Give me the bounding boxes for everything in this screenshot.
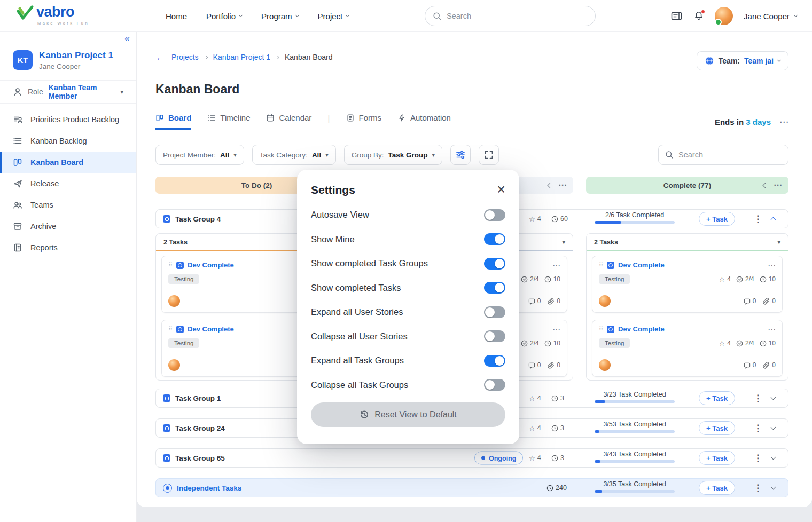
caret-down-icon: ▾ (325, 152, 329, 159)
task-title-link[interactable]: Dev Complete (618, 325, 665, 333)
team-selector[interactable]: Team: Team jai (697, 51, 788, 70)
card-menu-icon[interactable]: ⋯ (768, 325, 776, 333)
expand-group-icon[interactable] (771, 487, 775, 489)
expand-group-icon[interactable] (771, 427, 775, 429)
task-category-filter[interactable]: Task Category: All ▾ (252, 145, 336, 165)
caret-down-icon[interactable]: ▾ (562, 239, 565, 246)
notifications-bell-icon[interactable] (693, 11, 704, 21)
task-group-row: Task Group 65 Ongoing ☆4 3 3/43 Task Com… (155, 448, 788, 468)
kanban-board-icon (13, 157, 22, 167)
tab-calendar[interactable]: Calendar (266, 113, 311, 128)
board-options-menu-icon[interactable]: ⋯ (779, 117, 788, 126)
nav-home[interactable]: Home (166, 12, 187, 21)
tab-board[interactable]: Board (155, 113, 191, 130)
group-menu-icon[interactable]: ⋮ (753, 213, 762, 225)
comment-icon (744, 298, 751, 305)
clock-icon (544, 340, 551, 347)
time-estimate: 10 (760, 339, 776, 347)
sidebar-item-kanban-board[interactable]: Kanban Board (0, 152, 136, 173)
toggle-expand-all-user-stories[interactable] (484, 306, 505, 318)
sidebar-collapse-icon[interactable]: « (124, 33, 130, 44)
sidebar-item-archive[interactable]: Archive (0, 216, 136, 237)
option-collapse-all-user-stories: Collapse all User Stories (311, 325, 505, 349)
collapse-column-icon[interactable] (548, 183, 553, 188)
sidebar-item-priorities-product-backlog[interactable]: Priorities Product Backlog (0, 109, 136, 130)
option-show-mine: Show Mine (311, 227, 505, 252)
add-task-button[interactable]: + Task (699, 391, 735, 405)
add-task-button[interactable]: + Task (699, 421, 735, 435)
nav-program[interactable]: Program (261, 12, 299, 21)
toggle-expand-all-task-groups[interactable] (484, 355, 505, 367)
global-search-input[interactable] (447, 12, 588, 20)
group-by-filter[interactable]: Group By: Task Group ▾ (344, 145, 442, 165)
global-search[interactable] (425, 6, 596, 26)
fullscreen-button[interactable] (479, 145, 499, 165)
sidebar-item-teams[interactable]: Teams (0, 194, 136, 216)
card-menu-icon[interactable]: ⋯ (768, 261, 776, 269)
drag-handle-icon[interactable]: ⠿ (168, 326, 173, 332)
column-menu-icon[interactable]: ⋯ (774, 181, 782, 189)
tab-automation[interactable]: Automation (397, 113, 451, 128)
sidebar-item-release[interactable]: Release (0, 173, 136, 194)
group-menu-icon[interactable]: ⋮ (753, 393, 762, 404)
board-search-input[interactable] (678, 151, 782, 159)
comment-icon (528, 298, 535, 305)
logo-check-icon (16, 5, 34, 21)
group-menu-icon[interactable]: ⋮ (753, 483, 762, 494)
breadcrumb-projects[interactable]: Projects (171, 53, 199, 61)
project-owner: Jane Cooper (39, 62, 113, 70)
column-menu-icon[interactable]: ⋯ (558, 181, 567, 189)
nav-project[interactable]: Project (318, 12, 349, 21)
news-icon[interactable] (670, 11, 683, 21)
settings-modal: Settings × Autosave View Show Mine Show … (297, 170, 519, 444)
expand-group-icon[interactable] (771, 397, 775, 399)
toggle-collapse-all-task-groups[interactable] (484, 379, 505, 391)
task-title-link[interactable]: Dev Complete (618, 261, 665, 269)
task-title-link[interactable]: Dev Complete (188, 261, 234, 269)
close-icon[interactable]: × (497, 184, 505, 196)
card-menu-icon[interactable]: ⋯ (552, 325, 560, 333)
task-title-link[interactable]: Dev Complete (188, 325, 234, 333)
independent-tasks-link[interactable]: Independent Tasks (177, 484, 241, 492)
caret-down-icon[interactable]: ▾ (777, 239, 780, 246)
collapse-column-icon[interactable] (763, 183, 768, 188)
group-time: 240 (546, 484, 567, 492)
sidebar-item-kanban-backlog[interactable]: Kanban Backlog (0, 130, 136, 152)
drag-handle-icon[interactable]: ⠿ (599, 262, 603, 268)
group-menu-icon[interactable]: ⋮ (753, 423, 762, 434)
task-group-icon (163, 215, 170, 223)
card-menu-icon[interactable]: ⋯ (552, 261, 560, 269)
project-member-filter[interactable]: Project Member: All ▾ (155, 145, 244, 165)
add-task-button[interactable]: + Task (699, 212, 735, 226)
back-arrow-icon[interactable]: ← (155, 52, 166, 62)
task-type-icon (176, 326, 184, 333)
user-menu[interactable]: Jane Cooper (744, 12, 797, 21)
drag-handle-icon[interactable]: ⠿ (599, 326, 603, 332)
toggle-show-completed-tasks[interactable] (484, 282, 505, 294)
tabs-divider: | (327, 114, 330, 123)
vabro-logo[interactable]: vabro Make Work Fun (16, 5, 89, 26)
expand-group-icon[interactable] (771, 457, 775, 459)
toggle-show-mine[interactable] (484, 233, 505, 245)
drag-handle-icon[interactable]: ⠿ (168, 262, 173, 268)
user-avatar[interactable] (715, 7, 733, 25)
add-task-button[interactable]: + Task (699, 481, 735, 495)
group-progress: 2/6 Task Completed (592, 211, 677, 224)
board-search[interactable] (658, 145, 788, 165)
view-settings-button[interactable] (450, 145, 471, 165)
toggle-collapse-all-user-stories[interactable] (484, 330, 505, 342)
task-card[interactable]: ⠿ Dev Complete ⋯ Testing ☆4 2/4 10 (592, 320, 783, 377)
group-menu-icon[interactable]: ⋮ (753, 453, 762, 464)
toggle-autosave-view[interactable] (484, 209, 505, 221)
nav-portfolio[interactable]: Portfolio (206, 12, 242, 21)
collapse-group-icon[interactable] (771, 216, 775, 222)
task-card[interactable]: ⠿ Dev Complete ⋯ Testing ☆4 2/4 10 (592, 256, 783, 313)
tab-forms[interactable]: Forms (346, 113, 382, 128)
add-task-button[interactable]: + Task (699, 451, 735, 465)
reset-view-button[interactable]: Reset View to Default (311, 402, 505, 427)
tab-timeline[interactable]: Timeline (207, 113, 250, 128)
toggle-show-completed-task-groups[interactable] (484, 258, 505, 270)
breadcrumb-project[interactable]: Kanban Project 1 (213, 53, 270, 61)
sidebar-item-reports[interactable]: Reports (0, 237, 136, 258)
role-selector[interactable]: Role Kanban Team Member ▾ (0, 80, 136, 104)
